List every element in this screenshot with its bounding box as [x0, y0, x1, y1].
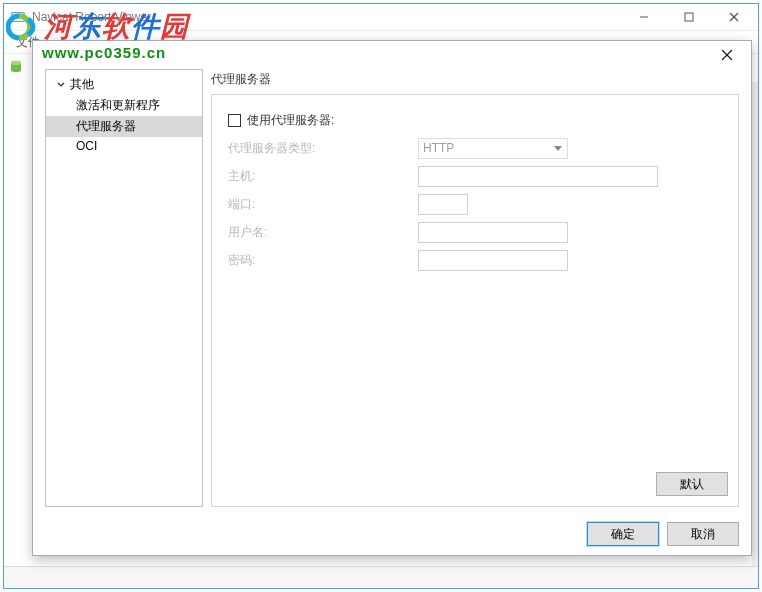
app-icon [10, 9, 26, 25]
pass-input[interactable] [418, 250, 568, 271]
row-host: 主机: [228, 163, 722, 189]
main-titlebar: Navicat Report Viewer [4, 4, 758, 31]
minimize-button[interactable] [621, 4, 666, 31]
proxy-type-select[interactable]: HTTP [418, 138, 568, 159]
window-buttons [621, 4, 756, 31]
tree-group-header[interactable]: 其他 [46, 74, 202, 95]
main-title: Navicat Report Viewer [32, 10, 621, 24]
options-panel: 使用代理服务器: 代理服务器类型: HTTP 主机: 端口: [211, 94, 739, 507]
user-label: 用户名: [228, 224, 418, 241]
row-port: 端口: [228, 191, 722, 217]
host-input[interactable] [418, 166, 658, 187]
host-label: 主机: [228, 168, 418, 185]
tree-group-other: 其他 激活和更新程序代理服务器OCI [46, 74, 202, 155]
chevron-down-icon [56, 80, 66, 90]
right-panel-edge [752, 82, 758, 566]
options-content: 代理服务器 使用代理服务器: 代理服务器类型: HTTP 主机: [211, 69, 739, 507]
sidebar-item-0[interactable]: 激活和更新程序 [46, 95, 202, 116]
close-button[interactable] [711, 4, 756, 31]
tree-group-label: 其他 [70, 76, 94, 93]
svg-rect-3 [685, 13, 693, 21]
use-proxy-label: 使用代理服务器: [247, 112, 334, 129]
proxy-type-label: 代理服务器类型: [228, 140, 418, 157]
pass-label: 密码: [228, 252, 418, 269]
dialog-footer: 确定 取消 [33, 513, 751, 555]
section-title: 代理服务器 [211, 69, 739, 94]
cancel-button[interactable]: 取消 [667, 522, 739, 546]
dialog-close-button[interactable] [709, 43, 745, 67]
status-bar [4, 566, 758, 588]
use-proxy-checkbox[interactable] [228, 114, 241, 127]
row-user: 用户名: [228, 219, 722, 245]
defaults-button[interactable]: 默认 [656, 472, 728, 496]
row-proxy-type: 代理服务器类型: HTTP [228, 135, 722, 161]
options-sidebar: 其他 激活和更新程序代理服务器OCI [45, 69, 203, 507]
maximize-button[interactable] [666, 4, 711, 31]
database-icon[interactable] [8, 59, 24, 75]
port-input[interactable] [418, 194, 468, 215]
options-dialog: 其他 激活和更新程序代理服务器OCI 代理服务器 使用代理服务器: 代理服务器类… [32, 40, 752, 556]
user-input[interactable] [418, 222, 568, 243]
ok-button[interactable]: 确定 [587, 522, 659, 546]
svg-rect-0 [12, 13, 24, 22]
sidebar-item-2[interactable]: OCI [46, 137, 202, 155]
port-label: 端口: [228, 196, 418, 213]
svg-point-7 [11, 61, 21, 65]
sidebar-item-1[interactable]: 代理服务器 [46, 116, 202, 137]
row-use-proxy: 使用代理服务器: [228, 107, 722, 133]
dialog-titlebar [33, 41, 751, 69]
row-pass: 密码: [228, 247, 722, 273]
